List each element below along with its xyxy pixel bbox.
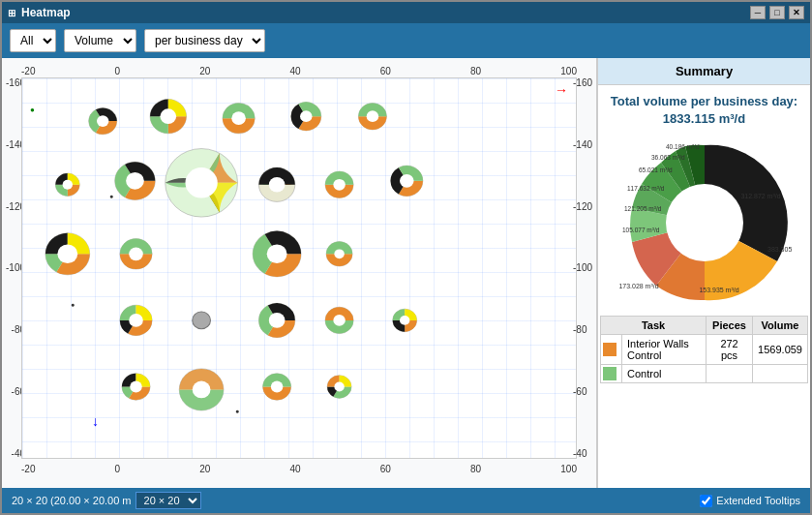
svg-point-44 <box>271 381 283 393</box>
black-dot-3: ● <box>235 408 239 414</box>
col-pieces: Pieces <box>707 317 753 335</box>
minimize-button[interactable]: ─ <box>750 6 766 19</box>
svg-point-5 <box>231 111 246 125</box>
window-controls: ─ □ ✕ <box>750 6 804 19</box>
summary-table-wrapper[interactable]: Task Pieces Volume Interior Walls Contro… <box>598 314 810 488</box>
svg-point-36 <box>333 315 345 326</box>
close-button[interactable]: ✕ <box>789 6 804 19</box>
summary-table: Task Pieces Volume Interior Walls Contro… <box>600 316 808 383</box>
axis-right: -160 -140 -120 -100 -80 -60 -40 <box>573 77 592 459</box>
control-swatch <box>603 367 617 380</box>
donut-label-8: 65.021 m³/d <box>639 167 673 173</box>
red-arrow-indicator: → <box>555 82 568 98</box>
grid-size-dropdown[interactable]: 20 × 20 <box>135 492 201 509</box>
svg-point-9 <box>367 110 378 122</box>
bottom-right: Extended Tooltips <box>700 495 800 507</box>
donut-container: 312.872 m³/d 383.305 m³/d 153.935 m³/d 1… <box>598 132 810 314</box>
svg-point-38 <box>400 316 409 325</box>
period-dropdown[interactable]: per business day <box>144 29 265 52</box>
main-area: -20 0 20 40 60 80 100 -160 -140 -120 -10… <box>2 58 810 488</box>
bottom-bar: 20 × 20 (20.00 × 20.00 m 20 × 20 Extende… <box>2 488 810 513</box>
svg-point-11 <box>63 180 73 190</box>
grid-size-label: 20 × 20 (20.00 × 20.00 m <box>12 495 132 506</box>
svg-point-32 <box>193 312 211 329</box>
svg-point-29 <box>334 249 344 258</box>
svg-point-42 <box>193 381 211 399</box>
row-color-swatch-2 <box>601 365 622 383</box>
svg-point-13 <box>126 172 144 190</box>
interior-walls-swatch <box>603 343 617 356</box>
donut-label-10: 40.186 m³/d <box>666 143 700 150</box>
donut-label-7: 117.632 m³/d <box>627 185 665 192</box>
table-row[interactable]: Control <box>601 365 808 383</box>
svg-point-25 <box>129 247 143 260</box>
restore-button[interactable]: □ <box>769 6 785 19</box>
donut-label-6: 121.205 m³/d <box>624 205 662 212</box>
app-icon: ⊞ <box>8 8 15 18</box>
svg-point-17 <box>269 177 286 193</box>
grid-background: → ● ↓ ● ● ● <box>22 78 576 458</box>
blue-arrow-indicator: ↓ <box>92 413 99 429</box>
svg-point-27 <box>267 245 287 264</box>
summary-total: Total volume per business day: 1833.115 … <box>598 85 810 132</box>
extended-tooltips-toggle[interactable]: Extended Tooltips <box>700 495 800 507</box>
donut-chart: 312.872 m³/d 383.305 m³/d 153.935 m³/d 1… <box>617 136 792 310</box>
donut-label-4: 173.028 m³/d <box>618 283 658 289</box>
svg-point-31 <box>129 314 143 327</box>
axis-top: -20 0 20 40 60 80 100 <box>21 66 577 76</box>
extended-tooltips-label: Extended Tooltips <box>716 495 800 506</box>
row-color-swatch <box>601 335 622 365</box>
extended-tooltips-checkbox[interactable] <box>700 495 712 507</box>
table-row[interactable]: Interior Walls Control 272 pcs 1569.059 <box>601 335 808 365</box>
row-task-name: Interior Walls Control <box>622 335 707 365</box>
svg-point-40 <box>130 381 141 393</box>
main-window: ⊞ Heatmap ─ □ ✕ All Volume per business … <box>0 0 812 515</box>
donut-label-2: 383.305 m³/d <box>767 246 792 253</box>
donut-label-5: 105.077 m³/d <box>622 227 660 233</box>
green-dot-indicator: ● <box>30 106 35 114</box>
donut-label-1: 312.872 m³/d <box>740 193 780 199</box>
row-task-name-2: Control <box>622 365 707 383</box>
svg-point-46 <box>334 382 344 392</box>
col-volume: Volume <box>753 317 808 335</box>
black-dot-2: ● <box>71 301 75 308</box>
svg-point-23 <box>57 245 77 264</box>
toolbar: All Volume per business day <box>2 23 810 58</box>
svg-point-15 <box>185 167 217 197</box>
heatmap-area[interactable]: -20 0 20 40 60 80 100 -160 -140 -120 -10… <box>2 58 597 488</box>
svg-point-47 <box>666 184 743 261</box>
heatmap-inner: → ● ↓ ● ● ● <box>22 78 576 458</box>
summary-panel: Summary Total volume per business day: 1… <box>597 58 810 488</box>
row-pieces-2 <box>707 365 753 383</box>
row-volume: 1569.059 <box>753 335 808 365</box>
svg-point-19 <box>333 179 345 191</box>
col-task: Task <box>601 317 707 335</box>
heatmap-canvas[interactable]: → ● ↓ ● ● ● <box>21 77 577 459</box>
metric-dropdown[interactable]: Volume <box>64 29 136 52</box>
svg-point-7 <box>300 110 312 122</box>
window-title: Heatmap <box>21 6 750 19</box>
pie-charts-svg <box>22 78 576 458</box>
axis-bottom: -20 0 20 40 60 80 100 <box>21 464 577 474</box>
summary-header: Summary <box>598 58 810 85</box>
donut-label-3: 153.935 m³/d <box>699 287 738 293</box>
bottom-left: 20 × 20 (20.00 × 20.00 m 20 × 20 <box>12 492 201 509</box>
black-dot-1: ● <box>109 193 113 199</box>
filter-dropdown[interactable]: All <box>10 29 56 52</box>
svg-point-34 <box>269 313 286 328</box>
row-volume-2 <box>753 365 808 383</box>
titlebar: ⊞ Heatmap ─ □ ✕ <box>2 2 810 23</box>
donut-label-9: 36.063 m³/d <box>651 154 685 161</box>
svg-point-21 <box>400 174 414 188</box>
svg-point-3 <box>160 108 176 124</box>
row-pieces: 272 pcs <box>707 335 753 365</box>
svg-point-1 <box>97 115 108 127</box>
